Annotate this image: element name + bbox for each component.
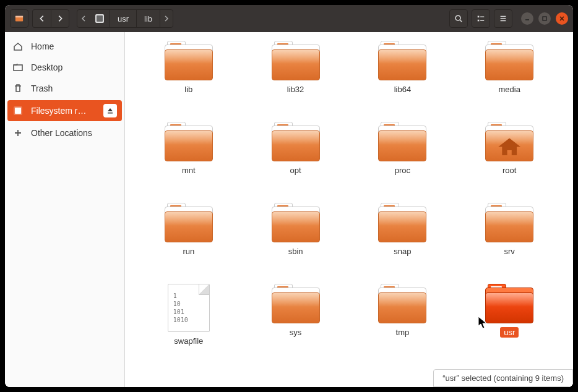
- folder-icon: [378, 41, 426, 80]
- item-label: run: [179, 246, 198, 257]
- sidebar-label: Home: [31, 41, 54, 51]
- sidebar-label: Trash: [31, 83, 53, 93]
- svg-rect-8: [480, 20, 484, 21]
- folder-item-snap[interactable]: snap: [353, 203, 452, 273]
- item-label: lib32: [283, 84, 308, 95]
- chevron-right-icon: [56, 14, 64, 23]
- file-item-swapfile[interactable]: 1 10 101 1010swapfile: [139, 284, 238, 362]
- sidebar-item-filesystem[interactable]: Filesystem r…: [7, 100, 122, 121]
- item-label: lib: [181, 84, 196, 95]
- hamburger-icon: [499, 14, 507, 23]
- maximize-button[interactable]: [538, 12, 551, 25]
- folder-item-root[interactable]: root: [460, 122, 559, 192]
- item-label: mnt: [178, 165, 199, 176]
- drive-icon: [15, 14, 24, 23]
- sidebar-label: Other Locations: [31, 128, 92, 138]
- pathbar: usr lib: [77, 9, 173, 28]
- sidebar-item-other-locations[interactable]: Other Locations: [5, 122, 124, 143]
- item-label: sbin: [285, 246, 307, 257]
- status-bar: “usr” selected (containing 9 items): [433, 369, 573, 387]
- item-label: media: [494, 84, 524, 95]
- sidebar-label: Desktop: [31, 62, 63, 72]
- folder-item-srv[interactable]: srv: [460, 203, 559, 273]
- nav-buttons: [32, 9, 69, 28]
- disk-icon: [12, 105, 24, 116]
- folder-item-sys[interactable]: sys: [246, 284, 345, 362]
- menu-button[interactable]: [494, 9, 512, 28]
- folder-item-mnt[interactable]: mnt: [139, 122, 238, 192]
- main-view: liblib32lib64mediamntoptprocrootrunsbins…: [125, 32, 573, 387]
- path-segment-lib[interactable]: lib: [137, 10, 160, 27]
- folder-icon: [272, 122, 320, 161]
- folder-item-proc[interactable]: proc: [353, 122, 452, 192]
- folder-item-media[interactable]: media: [460, 41, 559, 111]
- folder-icon: [165, 41, 213, 80]
- home-icon: [12, 41, 24, 52]
- path-root[interactable]: [90, 10, 110, 27]
- svg-point-4: [455, 15, 460, 20]
- sidebar-item-home[interactable]: Home: [5, 36, 124, 57]
- item-label: srv: [501, 246, 519, 257]
- path-overflow-right[interactable]: [160, 15, 173, 22]
- file-manager-window: usr lib Home Desktop: [5, 5, 573, 387]
- path-overflow-left[interactable]: [77, 15, 90, 22]
- sidebar: Home Desktop Trash Filesystem r… Other L…: [5, 32, 125, 387]
- plus-icon: [12, 127, 24, 138]
- folder-icon: [485, 203, 533, 242]
- item-label: root: [499, 165, 520, 176]
- disk-icon: [95, 14, 105, 23]
- svg-rect-9: [543, 17, 546, 20]
- view-mode-button[interactable]: [472, 9, 490, 28]
- folder-item-run[interactable]: run: [139, 203, 238, 273]
- forward-button[interactable]: [51, 9, 69, 28]
- item-label: tmp: [392, 327, 413, 338]
- item-label: sys: [286, 327, 306, 338]
- close-button[interactable]: [556, 12, 568, 25]
- eject-button[interactable]: [103, 104, 117, 117]
- item-label: lib64: [390, 84, 415, 95]
- svg-rect-7: [478, 20, 480, 22]
- folder-item-tmp[interactable]: tmp: [353, 284, 452, 362]
- folder-icon: [485, 41, 533, 80]
- window-controls: [521, 12, 568, 25]
- sidebar-label: Filesystem r…: [31, 106, 86, 116]
- folder-item-lib64[interactable]: lib64: [353, 41, 452, 111]
- folder-item-opt[interactable]: opt: [246, 122, 345, 192]
- folder-icon: [378, 284, 426, 323]
- titlebar: usr lib: [5, 5, 573, 32]
- sidebar-item-trash[interactable]: Trash: [5, 78, 124, 99]
- folder-icon: [485, 284, 533, 323]
- icon-grid[interactable]: liblib32lib64mediamntoptprocrootrunsbins…: [125, 32, 573, 387]
- item-label: swapfile: [170, 336, 207, 346]
- folder-icon: [272, 41, 320, 80]
- item-label: opt: [287, 165, 305, 176]
- places-button[interactable]: [10, 9, 28, 28]
- svg-rect-5: [478, 16, 480, 18]
- folder-item-lib[interactable]: lib: [139, 41, 238, 111]
- search-button[interactable]: [449, 9, 468, 28]
- folder-item-lib32[interactable]: lib32: [246, 41, 345, 111]
- sidebar-item-desktop[interactable]: Desktop: [5, 57, 124, 78]
- item-label: snap: [390, 246, 415, 257]
- svg-rect-3: [97, 15, 103, 22]
- folder-item-usr[interactable]: usr: [460, 284, 559, 362]
- minimize-button[interactable]: [521, 12, 533, 25]
- desktop-icon: [12, 62, 24, 73]
- folder-item-sbin[interactable]: sbin: [246, 203, 345, 273]
- search-icon: [454, 14, 463, 23]
- eject-icon: [106, 107, 114, 114]
- folder-icon: [378, 203, 426, 242]
- folder-icon: [165, 122, 213, 161]
- back-button[interactable]: [32, 9, 51, 28]
- svg-rect-6: [480, 17, 484, 17]
- folder-icon: [272, 203, 320, 242]
- folder-icon: [378, 122, 426, 161]
- folder-icon: [165, 203, 213, 242]
- item-label: usr: [500, 327, 519, 338]
- path-segment-usr[interactable]: usr: [110, 10, 137, 27]
- svg-rect-10: [14, 65, 22, 70]
- svg-rect-12: [15, 108, 21, 114]
- trash-icon: [12, 83, 24, 94]
- folder-icon: [272, 284, 320, 323]
- item-label: proc: [391, 165, 414, 176]
